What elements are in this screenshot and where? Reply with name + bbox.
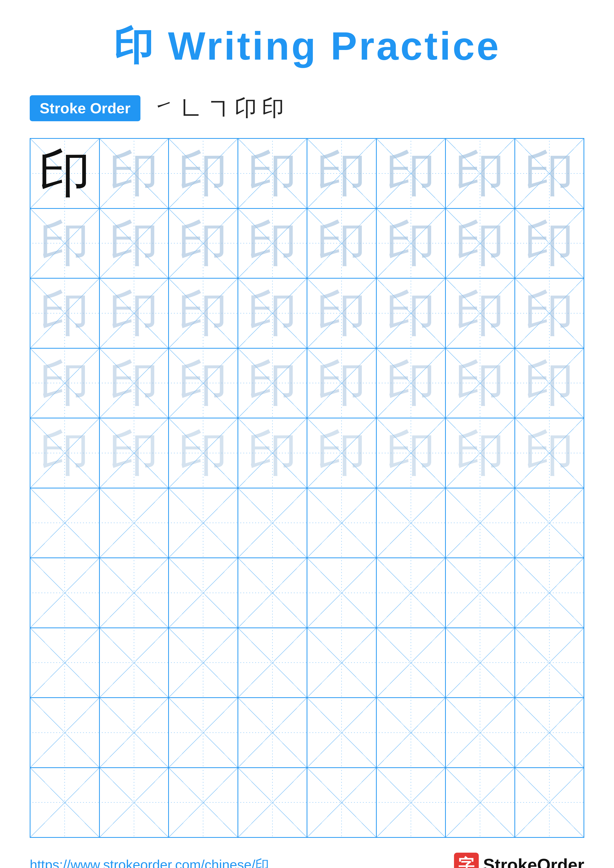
grid-cell[interactable]: 印	[307, 349, 377, 418]
grid-cell[interactable]: 印	[515, 349, 584, 418]
grid-cell[interactable]	[31, 558, 100, 628]
grid-cell[interactable]: 印	[446, 209, 515, 278]
grid-cell[interactable]	[100, 558, 169, 628]
grid-cell[interactable]: 印	[100, 139, 169, 208]
grid-cell[interactable]: 印	[377, 139, 446, 208]
grid-cell[interactable]	[31, 628, 100, 698]
character-ghost: 印	[178, 428, 228, 478]
character-ghost: 印	[525, 149, 574, 198]
grid-cell[interactable]: 印	[31, 279, 100, 348]
character-ghost: 印	[40, 288, 89, 338]
grid-cell[interactable]: 印	[515, 279, 584, 348]
character-ghost: 印	[40, 219, 89, 268]
character-ghost: 印	[317, 149, 366, 198]
grid-cell[interactable]: 印	[100, 349, 169, 418]
grid-cell[interactable]	[169, 698, 238, 767]
grid-cell[interactable]: 印	[446, 349, 515, 418]
grid-cell[interactable]	[307, 768, 377, 837]
grid-row: 印 印 印 印 印 印 印 印	[31, 139, 583, 209]
grid-cell[interactable]	[307, 488, 377, 558]
grid-cell[interactable]: 印	[31, 139, 100, 208]
grid-cell[interactable]	[169, 488, 238, 558]
character-ghost: 印	[525, 428, 574, 478]
grid-cell[interactable]	[307, 628, 377, 698]
grid-cell[interactable]: 印	[238, 139, 308, 208]
grid-cell[interactable]: 印	[307, 209, 377, 278]
grid-cell[interactable]: 印	[446, 139, 515, 208]
grid-cell[interactable]	[307, 698, 377, 767]
grid-row	[31, 488, 583, 558]
grid-cell[interactable]	[446, 488, 515, 558]
grid-cell[interactable]	[446, 558, 515, 628]
grid-cell[interactable]	[515, 628, 584, 698]
grid-cell[interactable]	[238, 488, 308, 558]
grid-cell[interactable]: 印	[31, 349, 100, 418]
character-ghost: 印	[455, 288, 505, 338]
grid-cell[interactable]: 印	[377, 279, 446, 348]
grid-cell[interactable]: 印	[446, 279, 515, 348]
grid-cell[interactable]	[238, 628, 308, 698]
grid-cell[interactable]: 印	[169, 349, 238, 418]
grid-cell[interactable]	[446, 628, 515, 698]
grid-cell[interactable]: 印	[377, 349, 446, 418]
grid-cell[interactable]	[169, 628, 238, 698]
grid-cell[interactable]	[100, 698, 169, 767]
footer: https://www.strokeorder.com/chinese/印 字 …	[30, 852, 584, 868]
grid-cell[interactable]	[515, 558, 584, 628]
grid-cell[interactable]	[377, 628, 446, 698]
grid-cell[interactable]: 印	[307, 139, 377, 208]
grid-cell[interactable]	[100, 768, 169, 837]
character-ghost: 印	[525, 288, 574, 338]
grid-cell[interactable]	[515, 768, 584, 837]
grid-cell[interactable]	[515, 488, 584, 558]
grid-cell[interactable]: 印	[169, 139, 238, 208]
grid-cell[interactable]: 印	[169, 418, 238, 488]
grid-cell[interactable]	[31, 488, 100, 558]
grid-cell[interactable]: 印	[377, 209, 446, 278]
grid-cell[interactable]	[307, 558, 377, 628]
grid-cell[interactable]	[31, 768, 100, 837]
grid-cell[interactable]	[377, 698, 446, 767]
character-ghost: 印	[317, 428, 366, 478]
grid-cell[interactable]: 印	[238, 209, 308, 278]
grid-cell[interactable]: 印	[100, 279, 169, 348]
grid-cell[interactable]: 印	[307, 418, 377, 488]
grid-cell[interactable]: 印	[31, 209, 100, 278]
grid-cell[interactable]	[238, 558, 308, 628]
grid-row: 印 印 印 印 印 印 印 印	[31, 349, 583, 418]
grid-cell[interactable]	[238, 768, 308, 837]
grid-cell[interactable]: 印	[238, 349, 308, 418]
character-ghost: 印	[455, 219, 505, 268]
grid-row	[31, 558, 583, 628]
grid-cell[interactable]: 印	[31, 418, 100, 488]
grid-cell[interactable]	[377, 488, 446, 558]
grid-cell[interactable]	[515, 698, 584, 767]
grid-cell[interactable]: 印	[169, 279, 238, 348]
grid-cell[interactable]	[31, 698, 100, 767]
grid-cell[interactable]: 印	[446, 418, 515, 488]
grid-cell[interactable]: 印	[169, 209, 238, 278]
grid-cell[interactable]	[446, 698, 515, 767]
character-ghost: 印	[109, 219, 159, 268]
grid-cell[interactable]	[238, 698, 308, 767]
grid-cell[interactable]: 印	[238, 418, 308, 488]
grid-cell[interactable]: 印	[377, 418, 446, 488]
stroke-4: 卬	[235, 93, 257, 123]
grid-cell[interactable]	[169, 558, 238, 628]
grid-cell[interactable]: 印	[515, 139, 584, 208]
grid-cell[interactable]: 印	[307, 279, 377, 348]
grid-cell[interactable]	[169, 768, 238, 837]
grid-cell[interactable]	[100, 628, 169, 698]
grid-cell[interactable]: 印	[515, 418, 584, 488]
character-ghost: 印	[317, 219, 366, 268]
grid-cell[interactable]	[377, 768, 446, 837]
grid-cell[interactable]	[100, 488, 169, 558]
grid-cell[interactable]	[446, 768, 515, 837]
grid-cell[interactable]	[377, 558, 446, 628]
grid-cell[interactable]: 印	[515, 209, 584, 278]
grid-cell[interactable]: 印	[100, 418, 169, 488]
grid-cell[interactable]: 印	[100, 209, 169, 278]
character-ghost: 印	[386, 219, 436, 268]
character-ghost: 印	[317, 358, 366, 408]
grid-cell[interactable]: 印	[238, 279, 308, 348]
